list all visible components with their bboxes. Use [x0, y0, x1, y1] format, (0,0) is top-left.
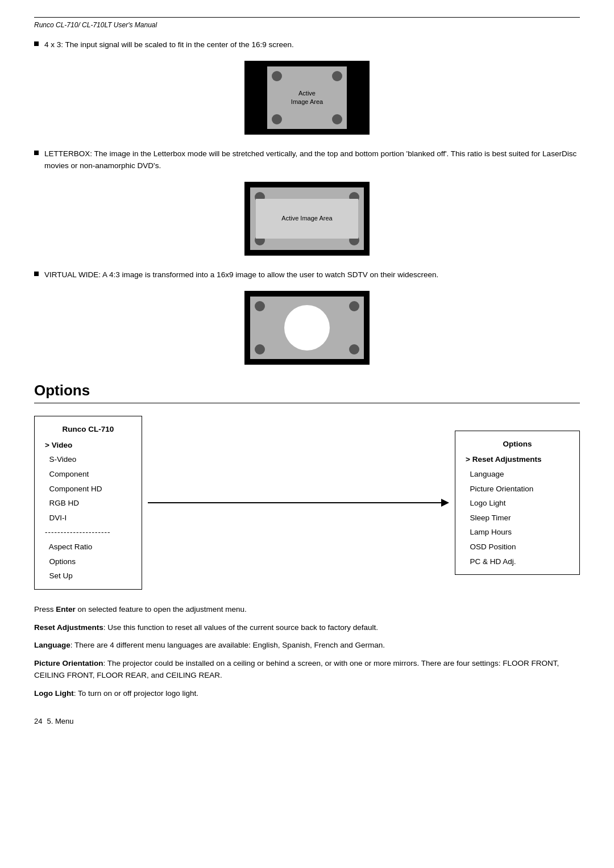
- right-menu-item-osdposition[interactable]: OSD Position: [466, 540, 569, 554]
- right-menu-item-reset[interactable]: > Reset Adjustments: [466, 452, 569, 467]
- bullet-square-2: [34, 151, 39, 155]
- desc-picture-orientation: Picture Orientation: The projector could…: [34, 657, 580, 682]
- right-menu-item-language[interactable]: Language: [466, 467, 569, 482]
- corner-dot-1-tl: [272, 71, 282, 81]
- bullet-item-3: VIRTUAL WIDE: A 4:3 image is transformed…: [34, 269, 580, 281]
- diagram-2: Active Image Area: [34, 182, 580, 256]
- footer-page-number: 24: [34, 717, 42, 725]
- arrow-line-bar: [148, 502, 441, 503]
- left-menu-item-video[interactable]: > Video: [45, 438, 131, 453]
- screen-inner-3: [250, 297, 364, 359]
- footer: 24 5. Menu: [34, 717, 580, 725]
- active-label-1: ActiveImage Area: [291, 89, 323, 107]
- active-label-2: Active Image Area: [281, 214, 332, 223]
- diagram-1: ActiveImage Area: [34, 61, 580, 135]
- left-menu-box: Runco CL-710 > Video S-Video Component C…: [34, 416, 142, 590]
- corner-dot-1-br: [332, 114, 342, 124]
- corner-dot-3-bl: [255, 344, 265, 354]
- right-menu-item-logolight[interactable]: Logo Light: [466, 496, 569, 511]
- arrow-line: [148, 499, 449, 507]
- footer-chapter: 5. Menu: [47, 717, 73, 725]
- left-menu-item-rgbhd[interactable]: RGB HD: [45, 496, 131, 511]
- right-menu-title: Options: [466, 437, 569, 452]
- right-menu-item-sleeptimer[interactable]: Sleep Timer: [466, 511, 569, 525]
- left-menu-divider: ---------------------: [45, 525, 131, 540]
- left-menu-item-dvii[interactable]: DVI-I: [45, 511, 131, 525]
- bullet-square-3: [34, 272, 39, 276]
- screen-diag-3: [244, 291, 370, 365]
- left-menu-title: Runco CL-710: [45, 422, 131, 437]
- desc-language: Language: There are 4 different menu lan…: [34, 639, 580, 652]
- desc-enter: Press Enter on selected feature to open …: [34, 603, 580, 616]
- bullet-text-1: 4 x 3: The input signal will be scaled t…: [44, 39, 294, 51]
- bullet-square-1: [34, 41, 39, 46]
- diagram-3: [34, 291, 580, 365]
- corner-dot-1-bl: [272, 114, 282, 124]
- circle-content: [284, 305, 330, 350]
- menu-area: Runco CL-710 > Video S-Video Component C…: [34, 416, 580, 590]
- left-menu-item-component[interactable]: Component: [45, 467, 131, 482]
- letterbox-content: Active Image Area: [256, 199, 358, 239]
- right-menu-box: Options > Reset Adjustments Language Pic…: [455, 431, 580, 575]
- desc-logo-light: Logo Light: To turn on or off projector …: [34, 687, 580, 700]
- right-menu-item-pictureorientation[interactable]: Picture Orientation: [466, 482, 569, 496]
- left-menu-item-aspectratio[interactable]: Aspect Ratio: [45, 540, 131, 554]
- options-heading: Options: [34, 382, 580, 403]
- screen-diag-2: Active Image Area: [244, 182, 370, 256]
- bullet-item-1: 4 x 3: The input signal will be scaled t…: [34, 39, 580, 51]
- desc-reset: Reset Adjustments: Use this function to …: [34, 621, 580, 634]
- corner-dot-3-br: [349, 344, 359, 354]
- corner-dot-1-tr: [332, 71, 342, 81]
- left-menu-item-svideo[interactable]: S-Video: [45, 452, 131, 467]
- screen-inner-1: ActiveImage Area: [267, 66, 347, 129]
- corner-dot-3-tl: [255, 301, 265, 311]
- screen-inner-2: Active Image Area: [250, 187, 364, 250]
- right-menu-item-pchd[interactable]: PC & HD Adj.: [466, 554, 569, 569]
- bullet-item-2: LETTERBOX: The image in the Letterbox mo…: [34, 148, 580, 172]
- bullet-text-3: VIRTUAL WIDE: A 4:3 image is transformed…: [44, 269, 438, 281]
- left-menu-item-setup[interactable]: Set Up: [45, 569, 131, 583]
- screen-diag-1: ActiveImage Area: [244, 61, 370, 135]
- header-rule: [34, 17, 580, 18]
- right-menu-item-lamphours[interactable]: Lamp Hours: [466, 525, 569, 540]
- left-menu-item-options[interactable]: Options: [45, 554, 131, 569]
- left-menu-item-componenthd[interactable]: Component HD: [45, 482, 131, 496]
- header-title: Runco CL-710/ CL-710LT User's Manual: [34, 21, 580, 29]
- bullet-text-2: LETTERBOX: The image in the Letterbox mo…: [44, 148, 580, 172]
- corner-dot-3-tr: [349, 301, 359, 311]
- arrow-head: [441, 499, 449, 507]
